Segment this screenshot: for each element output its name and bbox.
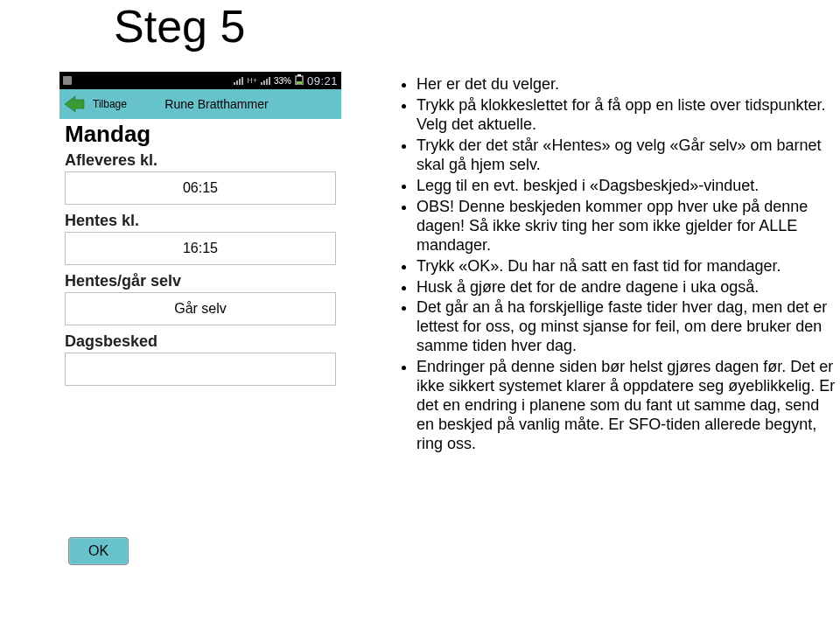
instructions-list: Her er det du velger. Trykk på klokkesle… (394, 75, 840, 454)
status-bar: H+ 33% 09:21 (60, 72, 341, 89)
list-item: OBS! Denne beskjeden kommer opp hver uke… (416, 198, 840, 255)
list-item: Det går an å ha forskjellige faste tider… (416, 298, 840, 356)
battery-percentage: 33% (274, 76, 291, 86)
back-arrow-icon[interactable] (65, 95, 88, 113)
instructions-panel: Her er det du velger. Trykk på klokkesle… (394, 75, 840, 456)
list-item: Legg til en evt. beskjed i «Dagsbeskjed»… (416, 177, 840, 196)
list-item: Her er det du velger. (416, 75, 840, 94)
clock: 09:21 (307, 74, 338, 87)
dagsbesked-field[interactable] (65, 353, 336, 386)
hentes-label: Hentes kl. (60, 212, 341, 230)
svg-rect-2 (297, 81, 302, 84)
hentesgaar-label: Hentes/går selv (60, 272, 341, 290)
day-heading: Mandag (60, 121, 341, 148)
phone-mockup: H+ 33% 09:21 Tilbage Rune Bratthammer Ma… (60, 72, 341, 574)
app-topbar: Tilbage Rune Bratthammer (60, 89, 341, 119)
list-item: Husk å gjøre det for de andre dagene i u… (416, 278, 840, 297)
afleveres-label: Afleveres kl. (60, 151, 341, 170)
hentes-time-field[interactable]: 16:15 (65, 232, 336, 265)
list-item: Trykk på klokkeslettet for å få opp en l… (416, 96, 840, 135)
list-item: Endringer på denne siden bør helst gjøre… (416, 358, 840, 454)
page-title: Steg 5 (114, 0, 245, 52)
signal-icon (234, 77, 243, 85)
afleveres-time-field[interactable]: 06:15 (65, 171, 336, 205)
dagsbesked-label: Dagsbesked (60, 332, 341, 351)
form-content: Mandag Afleveres kl. 06:15 Hentes kl. 16… (60, 119, 341, 574)
ok-button[interactable]: OK (68, 537, 129, 565)
network-type: H+ (247, 76, 257, 85)
signal-icon-2 (261, 77, 270, 85)
list-item: Trykk der det står «Hentes» og velg «Går… (416, 136, 840, 175)
battery-icon (295, 74, 304, 87)
svg-marker-3 (65, 96, 84, 112)
list-item: Trykk «OK». Du har nå satt en fast tid f… (416, 257, 840, 276)
hentesgaar-field[interactable]: Går selv (65, 292, 336, 325)
sim-icon (63, 76, 72, 85)
back-label[interactable]: Tilbage (93, 98, 127, 110)
student-name: Rune Bratthammer (132, 97, 336, 111)
